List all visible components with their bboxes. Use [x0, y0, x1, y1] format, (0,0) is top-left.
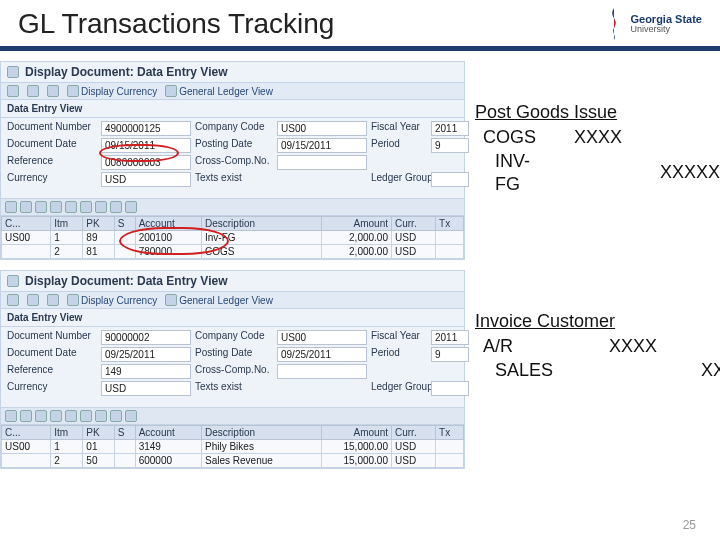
- doc-icon: [7, 66, 19, 78]
- inp-period[interactable]: 9: [431, 138, 469, 153]
- col-co[interactable]: C...: [2, 217, 51, 231]
- side2-title: Invoice Customer: [475, 310, 705, 333]
- panel1-section: Data Entry View: [1, 100, 464, 118]
- display-currency-button[interactable]: Display Currency: [67, 85, 157, 97]
- layout-icon[interactable]: [80, 201, 92, 213]
- export-icon[interactable]: [95, 201, 107, 213]
- panel2-toolbar: Display Currency General Ledger View: [1, 291, 464, 309]
- lbl-lgroup: Ledger Group: [371, 172, 427, 187]
- lbl-texts: Texts exist: [195, 172, 273, 187]
- lbl-docdate: Document Date: [7, 138, 97, 153]
- ledger-icon: [165, 294, 177, 306]
- table-row[interactable]: 281 780000COGS 2,000.00USD: [2, 245, 464, 259]
- circle-annotation-desc: [119, 227, 229, 255]
- lbl-period: Period: [371, 138, 427, 153]
- currency-icon: [67, 85, 79, 97]
- lbl-ccn: Cross-Comp.No.: [195, 155, 273, 170]
- inp-lgroup[interactable]: [431, 172, 469, 187]
- layout-icon[interactable]: [80, 410, 92, 422]
- side-note-1: Post Goods Issue COGSXXXX INV-FGXXXXX: [475, 61, 705, 197]
- lbl-curr: Currency: [7, 172, 97, 187]
- glasses-icon[interactable]: [27, 294, 39, 306]
- panel2-table-toolbar: [1, 407, 464, 425]
- glasses-icon[interactable]: [27, 85, 39, 97]
- tree-icon[interactable]: [7, 294, 19, 306]
- page-number: 25: [683, 518, 696, 532]
- sort-icon[interactable]: [5, 410, 17, 422]
- col-desc[interactable]: Description: [202, 217, 322, 231]
- gsu-logo: Georgia State University: [602, 8, 702, 40]
- lbl-cc: Company Code: [195, 121, 273, 136]
- table-row[interactable]: 250 600000Sales Revenue 15,000.00USD: [2, 454, 464, 468]
- lbl-docnum: Document Number: [7, 121, 97, 136]
- circle-annotation-ref: [99, 144, 179, 162]
- inp-docnum[interactable]: 4900000125: [101, 121, 191, 136]
- filter-icon[interactable]: [20, 410, 32, 422]
- inp-ccn[interactable]: [277, 155, 367, 170]
- side1-title: Post Goods Issue: [475, 101, 705, 124]
- excel-icon[interactable]: [65, 410, 77, 422]
- sap-panel-2: Display Document: Data Entry View Displa…: [0, 270, 465, 469]
- filter-icon[interactable]: [20, 201, 32, 213]
- logo-text-sub: University: [630, 25, 702, 35]
- display-currency-button[interactable]: Display Currency: [67, 294, 157, 306]
- tree-icon[interactable]: [7, 85, 19, 97]
- export-icon[interactable]: [95, 410, 107, 422]
- flame-icon: [602, 8, 626, 40]
- inp-fy[interactable]: 2011: [431, 121, 469, 136]
- wand-icon[interactable]: [47, 294, 59, 306]
- excel-icon[interactable]: [65, 201, 77, 213]
- panel2-section: Data Entry View: [1, 309, 464, 327]
- graph-icon[interactable]: [110, 410, 122, 422]
- print-icon[interactable]: [50, 201, 62, 213]
- panel2-line-items: C... Itm PK S Account Description Amount…: [1, 425, 464, 468]
- sap-panel-1: Display Document: Data Entry View Displa…: [0, 61, 465, 260]
- graph-icon[interactable]: [110, 201, 122, 213]
- currency-icon: [67, 294, 79, 306]
- col-pk[interactable]: PK: [83, 217, 114, 231]
- table-row[interactable]: US00189 200100Inv-FG 2,000.00USD: [2, 231, 464, 245]
- sort-icon[interactable]: [5, 201, 17, 213]
- slide-title: GL Transactions Tracking: [18, 8, 334, 40]
- panel1-table-toolbar: [1, 198, 464, 216]
- gl-view-button[interactable]: General Ledger View: [165, 85, 273, 97]
- lbl-pdate: Posting Date: [195, 138, 273, 153]
- extra-icon[interactable]: [125, 410, 137, 422]
- panel1-toolbar: Display Currency General Ledger View: [1, 82, 464, 100]
- lbl-fy: Fiscal Year: [371, 121, 427, 136]
- panel2-heading: Display Document: Data Entry View: [25, 274, 228, 288]
- wand-icon[interactable]: [47, 85, 59, 97]
- table-row[interactable]: US00101 3149Phily Bikes 15,000.00USD: [2, 440, 464, 454]
- lbl-ref: Reference: [7, 155, 97, 170]
- col-s[interactable]: S: [114, 217, 135, 231]
- side-note-2: Invoice Customer A/RXXXX SALESXXXXX: [475, 270, 705, 384]
- doc-icon: [7, 275, 19, 287]
- col-curr[interactable]: Curr.: [392, 217, 436, 231]
- ledger-icon: [165, 85, 177, 97]
- sum-icon[interactable]: [35, 410, 47, 422]
- col-amount[interactable]: Amount: [322, 217, 392, 231]
- inp-cc[interactable]: US00: [277, 121, 367, 136]
- panel1-line-items: C... Itm PK S Account Description Amount…: [1, 216, 464, 259]
- print-icon[interactable]: [50, 410, 62, 422]
- inp-pdate[interactable]: 09/15/2011: [277, 138, 367, 153]
- extra-icon[interactable]: [125, 201, 137, 213]
- col-tx[interactable]: Tx: [436, 217, 464, 231]
- title-divider: [0, 46, 720, 51]
- gl-view-button[interactable]: General Ledger View: [165, 294, 273, 306]
- panel1-heading: Display Document: Data Entry View: [25, 65, 228, 79]
- inp-curr[interactable]: USD: [101, 172, 191, 187]
- col-itm[interactable]: Itm: [51, 217, 83, 231]
- sum-icon[interactable]: [35, 201, 47, 213]
